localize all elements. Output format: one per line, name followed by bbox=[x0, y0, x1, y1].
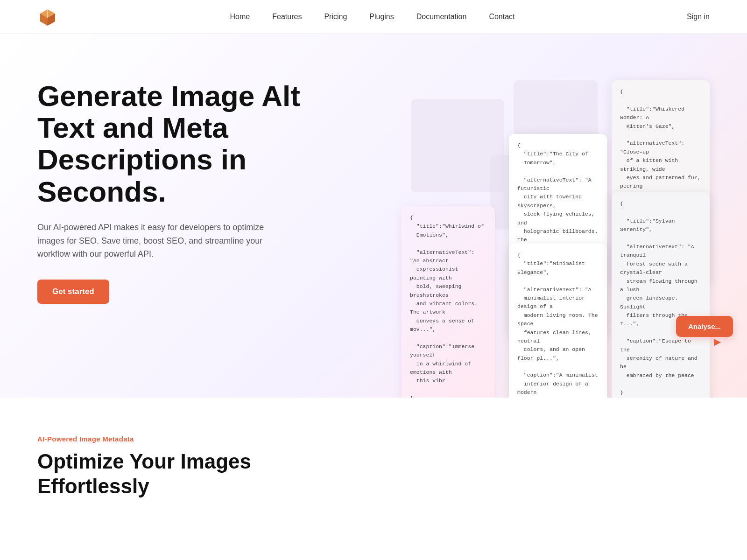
json-card-minimalist: { "title":"Minimalist Elegance", "altern… bbox=[509, 244, 607, 398]
hero-section: Generate Image Alt Text and Meta Descrip… bbox=[0, 34, 747, 398]
get-started-button[interactable]: Get started bbox=[37, 280, 109, 304]
nav-home[interactable]: Home bbox=[230, 13, 250, 21]
nav-contact[interactable]: Contact bbox=[489, 13, 514, 21]
hero-content: Generate Image Alt Text and Meta Descrip… bbox=[37, 80, 317, 304]
nav-features[interactable]: Features bbox=[272, 13, 302, 21]
nav-links: Home Features Pricing Plugins Documentat… bbox=[230, 13, 515, 21]
signin-button[interactable]: Sign in bbox=[687, 13, 710, 21]
nav-plugins[interactable]: Plugins bbox=[369, 13, 394, 21]
logo[interactable] bbox=[37, 7, 58, 27]
cursor-icon: ▶ bbox=[714, 336, 721, 347]
cards-area: { "title":"Whirlwind of Emotions", "alte… bbox=[383, 62, 747, 379]
logo-icon bbox=[37, 7, 58, 27]
json-card-whirlwind: { "title":"Whirlwind of Emotions", "alte… bbox=[402, 206, 495, 398]
navbar: Home Features Pricing Plugins Documentat… bbox=[0, 0, 747, 34]
nav-documentation[interactable]: Documentation bbox=[416, 13, 467, 21]
hero-title: Generate Image Alt Text and Meta Descrip… bbox=[37, 80, 317, 208]
nav-pricing[interactable]: Pricing bbox=[324, 13, 347, 21]
section2-title: Optimize Your Images Effortlessly bbox=[37, 449, 317, 499]
hero-subtitle: Our AI-powered API makes it easy for dev… bbox=[37, 221, 280, 261]
section2: AI-Powered Image Metadata Optimize Your … bbox=[0, 398, 747, 527]
json-card-sylvan: { "title":"Sylvan Serenity", "alternativ… bbox=[612, 192, 710, 398]
section2-label: AI-Powered Image Metadata bbox=[37, 435, 710, 443]
analyse-button[interactable]: Analyse... bbox=[676, 316, 733, 337]
